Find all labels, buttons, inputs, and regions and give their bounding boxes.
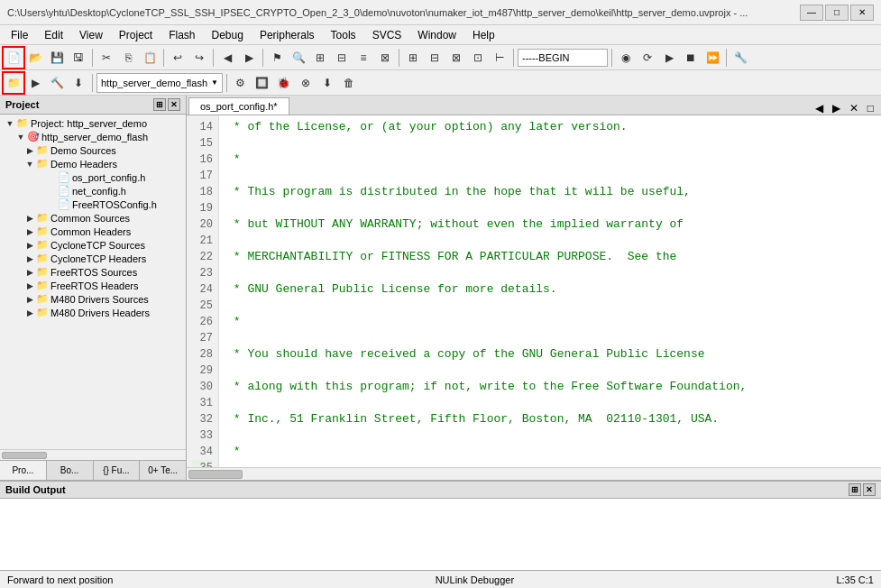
find4-button[interactable]: ≡ (353, 48, 373, 68)
tree-toggle-m480-sources[interactable]: ▶ (23, 295, 36, 304)
tree-root[interactable]: ▼ 📁 Project: http_server_demo (0, 116, 186, 130)
debug5-button[interactable]: ⏩ (702, 48, 722, 68)
tab-project[interactable]: Pro... (0, 461, 47, 480)
misc1-button[interactable]: ⊞ (403, 48, 423, 68)
run-button[interactable]: ▶ (25, 73, 45, 93)
debug4-button[interactable]: ⏹ (681, 48, 701, 68)
editor-hscroll-thumb[interactable] (188, 470, 243, 479)
editor-maximize-button[interactable]: □ (864, 102, 877, 115)
debug3-button[interactable]: ▶ (659, 48, 679, 68)
copy-button[interactable]: ⎘ (118, 48, 138, 68)
find2-button[interactable]: ⊞ (310, 48, 330, 68)
new-file-button[interactable]: 📄 (4, 48, 23, 68)
open-file-button[interactable]: 📂 (25, 48, 45, 68)
tree-toggle-common-headers[interactable]: ▶ (23, 227, 36, 236)
close-button[interactable]: ✕ (850, 5, 874, 21)
editor-tab-os-port[interactable]: os_port_config.h* (188, 97, 289, 115)
menu-file[interactable]: File (4, 27, 35, 43)
tree-toggle-cyclonetcp-headers[interactable]: ▶ (23, 254, 36, 263)
maximize-button[interactable]: □ (825, 5, 849, 21)
save-all-button[interactable]: 🖫 (69, 48, 88, 68)
menu-help[interactable]: Help (465, 27, 502, 43)
tree-toggle-demo-headers[interactable]: ▼ (23, 160, 36, 169)
tab-templates[interactable]: 0+ Te... (140, 461, 186, 480)
menu-view[interactable]: View (72, 27, 110, 43)
search-field[interactable] (518, 49, 608, 67)
tree-toggle-freertos-sources[interactable]: ▶ (23, 268, 36, 277)
menu-project[interactable]: Project (112, 27, 160, 43)
editor-tab-right-button[interactable]: ▶ (829, 102, 844, 115)
load-btn[interactable]: ⬇ (69, 73, 88, 93)
debug1-button[interactable]: ◉ (616, 48, 636, 68)
project-hscroll-thumb[interactable] (2, 452, 47, 459)
find5-button[interactable]: ⊠ (375, 48, 395, 68)
misc4-button[interactable]: ⊡ (468, 48, 488, 68)
target-dropdown[interactable]: http_server_demo_flash ▼ (96, 73, 223, 93)
editor-tab-close-button[interactable]: ✕ (846, 102, 862, 115)
menu-edit[interactable]: Edit (37, 27, 70, 43)
tree-cyclonetcp-headers[interactable]: ▶ 📁 CycloneTCP Headers (0, 252, 186, 265)
project-icon-button[interactable]: 📁 (4, 73, 23, 93)
tree-file-freertos-config[interactable]: 📄 FreeRTOSConfig.h (0, 198, 186, 211)
tree-demo-sources[interactable]: ▶ 📁 Demo Sources (0, 143, 186, 157)
misc3-button[interactable]: ⊠ (446, 48, 466, 68)
debug2-button[interactable]: ⟳ (638, 48, 657, 68)
tree-toggle-common-sources[interactable]: ▶ (23, 214, 36, 223)
tree-toggle-target[interactable]: ▼ (14, 133, 27, 142)
tree-m480-sources[interactable]: ▶ 📁 M480 Drivers Sources (0, 292, 186, 306)
menu-svcs[interactable]: SVCS (365, 27, 409, 43)
start-debug-button[interactable]: 🐞 (274, 73, 294, 93)
tree-common-headers[interactable]: ▶ 📁 Common Headers (0, 225, 186, 238)
project-hscroll[interactable] (0, 449, 186, 460)
tree-file-net-config[interactable]: 📄 net_config.h (0, 184, 186, 198)
editor-hscroll[interactable] (187, 467, 881, 480)
menu-tools[interactable]: Tools (324, 27, 363, 43)
options-button[interactable]: ⚙ (231, 73, 251, 93)
menu-window[interactable]: Window (410, 27, 463, 43)
tree-toggle-freertos-headers[interactable]: ▶ (23, 281, 36, 290)
tab-functions[interactable]: {} Fu... (94, 461, 141, 480)
tree-target[interactable]: ▼ 🎯 http_server_demo_flash (0, 130, 186, 143)
paste-button[interactable]: 📋 (140, 48, 160, 68)
minimize-button[interactable]: — (800, 5, 823, 21)
tree-demo-headers[interactable]: ▼ 📁 Demo Headers (0, 157, 186, 170)
tree-m480-headers[interactable]: ▶ 📁 M480 Drivers Headers (0, 306, 186, 319)
misc5-button[interactable]: ⊢ (490, 48, 509, 68)
cut-button[interactable]: ✂ (96, 48, 116, 68)
tree-toggle-demo-sources[interactable]: ▶ (23, 146, 36, 155)
menu-debug[interactable]: Debug (205, 27, 251, 43)
tree-toggle-root[interactable]: ▼ (4, 119, 16, 128)
project-panel-pin[interactable]: ⊞ (153, 98, 166, 111)
nav-back-button[interactable]: ◀ (217, 48, 237, 68)
tree-toggle-cyclonetcp-sources[interactable]: ▶ (23, 241, 36, 250)
nav-fwd-button[interactable]: ▶ (239, 48, 259, 68)
tree-root-label: Project: http_server_demo (31, 118, 147, 129)
project-panel-close[interactable]: ✕ (168, 98, 180, 111)
stop-debug-button[interactable]: ⊗ (296, 73, 316, 93)
bottom-panel-close[interactable]: ✕ (863, 483, 876, 496)
bottom-panel-pin[interactable]: ⊞ (849, 483, 861, 496)
menu-flash[interactable]: Flash (161, 27, 202, 43)
misc2-button[interactable]: ⊟ (425, 48, 445, 68)
tool1-button[interactable]: 🔧 (730, 48, 750, 68)
tree-file-os-port[interactable]: 📄 os_port_config.h (0, 170, 186, 184)
undo-button[interactable]: ↩ (168, 48, 188, 68)
menu-peripherals[interactable]: Peripherals (252, 27, 322, 43)
redo-button[interactable]: ↪ (189, 48, 209, 68)
tree-freertos-sources[interactable]: ▶ 📁 FreeRTOS Sources (0, 265, 186, 279)
editor-tab-left-button[interactable]: ◀ (812, 102, 827, 115)
tab-books[interactable]: Bo... (47, 461, 94, 480)
tree-common-sources[interactable]: ▶ 📁 Common Sources (0, 211, 186, 225)
chip-button[interactable]: 🔲 (252, 73, 272, 93)
tree-freertos-headers[interactable]: ▶ 📁 FreeRTOS Headers (0, 279, 186, 292)
tree-toggle-m480-headers[interactable]: ▶ (23, 308, 36, 317)
find-button[interactable]: 🔍 (289, 48, 308, 68)
find3-button[interactable]: ⊟ (332, 48, 352, 68)
bookmark-button[interactable]: ⚑ (267, 48, 287, 68)
build-btn[interactable]: 🔨 (47, 73, 67, 93)
tree-cyclonetcp-sources[interactable]: ▶ 📁 CycloneTCP Sources (0, 238, 186, 252)
download-button[interactable]: ⬇ (317, 73, 337, 93)
code-content[interactable]: * of the License, or (at your option) an… (219, 115, 881, 467)
save-button[interactable]: 💾 (47, 48, 67, 68)
erase-button[interactable]: 🗑 (339, 73, 359, 93)
